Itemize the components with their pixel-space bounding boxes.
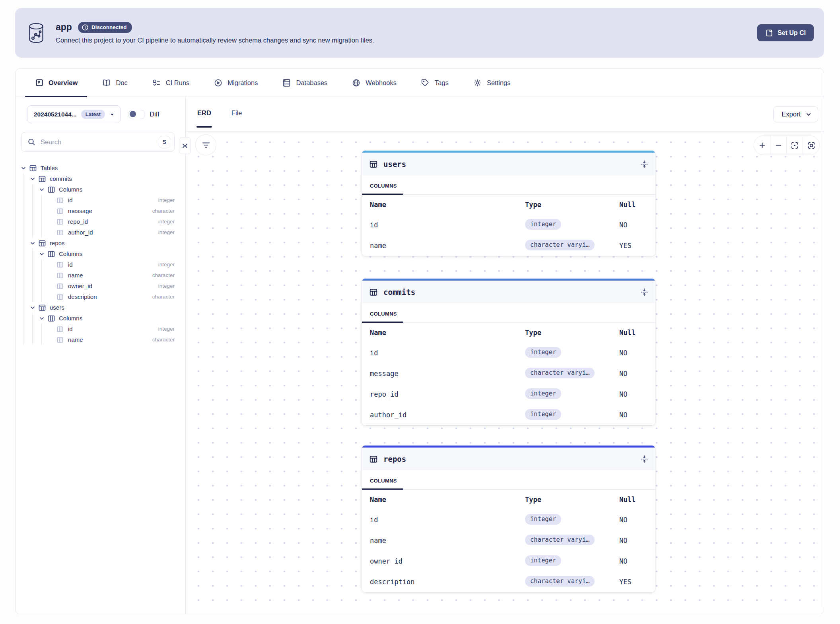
column-row[interactable]: name character varyi… YES (362, 235, 655, 256)
tree-label: Columns (59, 186, 82, 193)
tree-column-row[interactable]: id integer (48, 195, 185, 205)
column-row[interactable]: author_id integer NO (362, 405, 655, 425)
fold-table-icon[interactable] (640, 455, 649, 463)
tab-ci-runs[interactable]: CI Runs (152, 69, 190, 97)
type-badge: integer (525, 219, 561, 230)
fold-table-icon[interactable] (640, 160, 649, 169)
chevron-down-icon[interactable] (29, 240, 36, 246)
diff-toggle[interactable] (128, 110, 145, 119)
tree-column-row[interactable]: description character (48, 291, 185, 302)
column-type: character (152, 294, 175, 300)
column-name: name (68, 272, 83, 279)
zoom-out-button[interactable] (770, 136, 787, 155)
chevron-down-icon[interactable] (20, 165, 27, 171)
status-badge: Disconnected (78, 22, 132, 33)
columns-icon (47, 314, 55, 322)
version-select[interactable]: 20240521044... Latest (27, 105, 121, 123)
type-badge: integer (525, 388, 561, 399)
chevron-down-icon[interactable] (39, 251, 45, 257)
filter-button[interactable] (195, 134, 216, 155)
set-up-ci-label: Set Up CI (778, 29, 806, 37)
zoom-in-button[interactable] (754, 136, 770, 155)
erd-card-repos[interactable]: repos COLUMNS Name Type Null (362, 446, 655, 592)
tab-columns[interactable]: COLUMNS (362, 470, 403, 490)
type-badge: character varyi… (525, 576, 595, 587)
tree-column-row[interactable]: repo_id integer (48, 216, 185, 227)
tree-column-row[interactable]: id integer (48, 259, 185, 270)
tree-column-row[interactable]: name character (48, 270, 185, 281)
tree-label: users (50, 304, 64, 311)
tab-overview[interactable]: Overview (35, 69, 78, 97)
gear-icon (473, 79, 482, 87)
minus-icon (775, 141, 782, 149)
tree-node-users[interactable]: users (29, 302, 185, 313)
erd-card-header[interactable]: commits (362, 281, 655, 303)
tab-columns[interactable]: COLUMNS (362, 303, 403, 323)
erd-card-commits[interactable]: commits COLUMNS Name Type Null (362, 279, 655, 425)
erd-canvas[interactable]: users COLUMNS Name Type Null (186, 132, 824, 614)
column-row[interactable]: owner_id integer NO (362, 551, 655, 572)
table-icon (38, 304, 46, 312)
chevron-down-icon[interactable] (39, 315, 45, 322)
tree-node-columns-group[interactable]: Columns (39, 248, 185, 259)
play-circle-icon (214, 79, 222, 87)
tree-column-row[interactable]: message character (48, 205, 185, 216)
search-input[interactable] (40, 138, 154, 146)
columns-table-header: Name Type Null (362, 323, 655, 343)
fit-view-button[interactable] (803, 136, 819, 155)
globe-icon (352, 79, 360, 87)
column-type: character (152, 208, 175, 214)
search-box[interactable]: S (21, 132, 175, 152)
tree-node-columns-group[interactable]: Columns (39, 184, 185, 195)
erd-card-header[interactable]: repos (362, 448, 655, 470)
version-label: 20240521044... (34, 111, 77, 118)
tree-node-columns-group[interactable]: Columns (39, 313, 185, 324)
tab-migrations[interactable]: Migrations (214, 69, 258, 97)
erd-card-users[interactable]: users COLUMNS Name Type Null (362, 151, 655, 256)
chevron-down-icon[interactable] (29, 176, 36, 182)
column-row[interactable]: id integer NO (362, 215, 655, 235)
type-badge: integer (525, 409, 561, 420)
tab-doc[interactable]: Doc (102, 69, 127, 97)
tree-column-row[interactable]: owner_id integer (48, 281, 185, 291)
chevron-down-icon[interactable] (39, 186, 45, 193)
tree-column-row[interactable]: id integer (48, 324, 185, 334)
export-button[interactable]: Export (773, 106, 818, 122)
table-icon (29, 164, 37, 172)
project-banner: app Disconnected Connect this project to… (15, 8, 824, 58)
tab-settings[interactable]: Settings (473, 69, 511, 97)
tab-columns[interactable]: COLUMNS (362, 175, 403, 195)
chevron-down-icon[interactable] (29, 304, 36, 311)
diff-label: Diff (150, 110, 159, 118)
fold-table-icon[interactable] (640, 288, 649, 296)
canvas-toolbar: ERD File Export (186, 97, 824, 132)
tree-column-row[interactable]: name character (48, 334, 185, 345)
tree-label: Columns (59, 315, 82, 322)
tab-webhooks[interactable]: Webhooks (352, 69, 397, 97)
erd-table-name: repos (383, 455, 406, 463)
type-badge: integer (525, 555, 561, 566)
tab-databases[interactable]: Databases (282, 69, 327, 97)
column-row[interactable]: name character varyi… NO (362, 530, 655, 551)
column-name: author_id (68, 229, 93, 236)
column-row[interactable]: id integer NO (362, 343, 655, 363)
column-row[interactable]: message character varyi… NO (362, 363, 655, 384)
column-row[interactable]: id integer NO (362, 510, 655, 530)
zoom-controls (754, 136, 820, 155)
tab-tags[interactable]: Tags (421, 69, 449, 97)
tree-node-commits[interactable]: commits (29, 173, 185, 184)
tree-column-row[interactable]: author_id integer (48, 227, 185, 238)
column-row[interactable]: repo_id integer NO (362, 384, 655, 405)
tree-node-repos[interactable]: repos (29, 238, 185, 248)
column-row[interactable]: description character varyi… YES (362, 572, 655, 592)
tree-node-tables[interactable]: Tables (20, 163, 185, 173)
erd-card-header[interactable]: users (362, 153, 655, 175)
set-up-ci-button[interactable]: Set Up CI (757, 24, 814, 41)
column-name: message (68, 207, 92, 214)
erd-card-tabs: COLUMNS (362, 303, 655, 323)
sidebar-collapse-button[interactable] (179, 137, 191, 154)
tab-file[interactable]: File (231, 97, 243, 131)
document-icon (765, 29, 773, 37)
zoom-to-selection-button[interactable] (787, 136, 803, 155)
tab-erd[interactable]: ERD (196, 97, 212, 131)
